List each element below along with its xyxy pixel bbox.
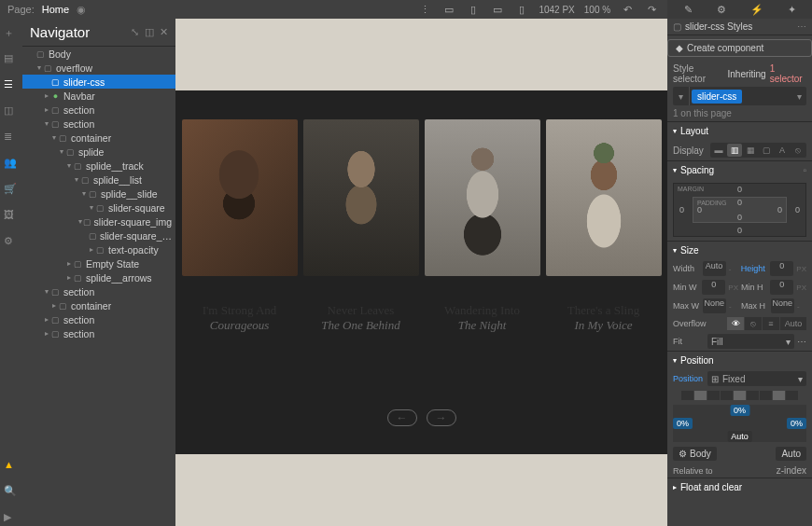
close-icon[interactable]: ✕ [160, 26, 168, 38]
width-input[interactable]: Auto [703, 261, 726, 276]
display-block-icon[interactable]: ▬ [711, 144, 726, 157]
pages-icon[interactable]: ▤ [4, 52, 19, 67]
tree-item[interactable]: ▸▢section [22, 103, 175, 117]
tree-item[interactable]: ▾▢section [22, 284, 175, 298]
fit-select[interactable]: Fill▾ [707, 334, 794, 349]
tree-item[interactable]: ▸▢section [22, 326, 175, 340]
selector-dropdown-icon[interactable]: ▾ [791, 91, 806, 102]
tree-item[interactable]: ▢Body [22, 47, 175, 61]
overflow-auto[interactable]: Auto [780, 317, 806, 330]
tree-item[interactable]: ▾▢container [22, 131, 175, 145]
display-inlineblock-icon[interactable]: ▢ [759, 144, 774, 157]
slide[interactable]: Never LeavesThe One Behind [303, 119, 419, 333]
maxh-input[interactable]: None [771, 298, 794, 313]
overflow-scroll-icon[interactable]: ≡ [763, 317, 779, 330]
overflow-visible-icon[interactable]: 👁 [727, 317, 744, 330]
effects-icon[interactable]: ✦ [788, 4, 796, 16]
display-grid-icon[interactable]: ▦ [743, 144, 758, 157]
selector-chip[interactable]: slider-css [692, 90, 742, 104]
tree-item[interactable]: ▢slider-css [22, 75, 175, 89]
selector-input[interactable]: ▾ slider-css ▾ [673, 87, 806, 105]
slide[interactable]: There's a SlingIn My Voice [546, 119, 662, 333]
bp-tablet-icon[interactable]: ▯ [466, 2, 481, 17]
tree-item[interactable]: ▾▢splide__slide [22, 187, 175, 201]
display-inline-icon[interactable]: A [775, 144, 790, 157]
position-presets[interactable] [673, 391, 806, 400]
tree-item[interactable]: ▾▢section [22, 117, 175, 131]
bp-mobile-icon[interactable]: ▯ [514, 2, 529, 17]
tree-item[interactable]: ▸●Navbar [22, 89, 175, 103]
selector-type-icon[interactable]: ▾ [673, 87, 690, 105]
navigator-icon[interactable]: ☰ [4, 78, 19, 93]
tree-item[interactable]: ▢slider-square_… [22, 228, 175, 242]
users-icon[interactable]: 👥 [4, 157, 19, 172]
inherit-count[interactable]: 1 selector [770, 63, 806, 84]
display-none-icon[interactable]: ⦸ [791, 144, 805, 157]
settings-rail-icon[interactable]: ⚙ [4, 235, 19, 250]
tree-item[interactable]: ▸▢container [22, 298, 175, 312]
minw-input[interactable]: 0 [702, 280, 725, 295]
more-icon[interactable]: ⋮ [417, 2, 432, 17]
spacing-box[interactable]: MARGIN 0 0 0 0 PADDING 0 0 0 0 [673, 183, 806, 237]
cms-icon[interactable]: ≣ [4, 131, 19, 145]
position-section[interactable]: Position [680, 355, 714, 366]
arrow-next-button[interactable]: → [427, 409, 456, 426]
spacing-more-icon[interactable]: ▫ [803, 165, 806, 175]
undo-icon[interactable]: ↶ [620, 2, 635, 17]
navigator-tree[interactable]: ▢Body▾▢overflow▢slider-css▸●Navbar▸▢sect… [22, 47, 175, 526]
display-options[interactable]: ▬ ▥ ▦ ▢ A ⦸ [710, 143, 806, 158]
tree-item[interactable]: ▸▢section [22, 312, 175, 326]
zindex-label[interactable]: z-index [777, 465, 806, 476]
tree-item[interactable]: ▾▢splide__list [22, 173, 175, 187]
size-section[interactable]: Size [680, 245, 698, 256]
spacing-section[interactable]: Spacing [680, 165, 714, 175]
interactions-icon[interactable]: ⚡ [750, 4, 763, 16]
search-icon[interactable]: 🔍 [4, 485, 19, 500]
layout-section[interactable]: Layout [680, 126, 708, 136]
ecommerce-icon[interactable]: 🛒 [4, 183, 19, 198]
bp-desktop-icon[interactable]: ▭ [441, 2, 456, 17]
canvas[interactable]: I'm Strong AndCourageousNever LeavesThe … [175, 19, 667, 526]
fit-more-icon[interactable]: ⋯ [797, 337, 806, 347]
float-section[interactable]: Float and clear [680, 482, 742, 492]
brush-icon[interactable]: ✎ [684, 4, 693, 16]
style-more-icon[interactable]: ⋯ [797, 21, 806, 32]
slide[interactable]: I'm Strong AndCourageous [182, 119, 298, 333]
tree-item[interactable]: ▸▢Empty State [22, 256, 175, 270]
style-toolbar: ✎ ⚙ ⚡ ✦ [667, 0, 812, 19]
relative-body-chip[interactable]: ⚙ Body [673, 447, 717, 461]
position-offsets[interactable]: 0% 0% 0% Auto [673, 405, 806, 442]
add-icon[interactable]: ＋ [4, 26, 19, 41]
tree-item[interactable]: ▸▢text-opacity [22, 242, 175, 256]
tree-item[interactable]: ▸▢splide__arrows [22, 270, 175, 284]
slide[interactable]: Wandering IntoThe Night [425, 119, 540, 333]
arrow-prev-button[interactable]: ← [387, 409, 417, 426]
settings-icon[interactable]: ⚙ [717, 4, 726, 16]
page-name[interactable]: Home [42, 4, 69, 15]
redo-icon[interactable]: ↷ [644, 2, 659, 17]
height-input[interactable]: 0 [770, 261, 793, 276]
minh-input[interactable]: 0 [770, 280, 793, 295]
collapse-icon[interactable]: ⤡ [131, 26, 139, 38]
canvas-width: 1042 PX [539, 5, 574, 15]
slider-row: I'm Strong AndCourageousNever LeavesThe … [175, 119, 667, 333]
tree-item[interactable]: ▾▢slider-square [22, 201, 175, 215]
video-icon[interactable]: ▶ [4, 511, 19, 526]
bp-landscape-icon[interactable]: ▭ [490, 2, 505, 17]
components-icon[interactable]: ◫ [4, 104, 19, 119]
display-flex-icon[interactable]: ▥ [727, 144, 742, 157]
assets-icon[interactable]: 🖼 [4, 209, 19, 224]
tree-item[interactable]: ▾▢splide [22, 145, 175, 159]
position-select[interactable]: ⊞ Fixed▾ [707, 371, 806, 386]
preview-icon[interactable]: ◉ [77, 4, 86, 16]
slide-image [425, 119, 540, 276]
tree-item[interactable]: ▾▢splide__track [22, 159, 175, 173]
overflow-hidden-icon[interactable]: ⦸ [745, 317, 762, 330]
help-icon[interactable]: ▲ [4, 459, 19, 474]
relative-auto[interactable]: Auto [776, 447, 806, 461]
pin-icon[interactable]: ◫ [145, 26, 154, 38]
maxw-input[interactable]: None [703, 298, 726, 313]
tree-item[interactable]: ▾▢slider-square_img [22, 215, 175, 228]
tree-item[interactable]: ▾▢overflow [22, 61, 175, 75]
create-component-button[interactable]: ◆ Create component [667, 39, 812, 57]
